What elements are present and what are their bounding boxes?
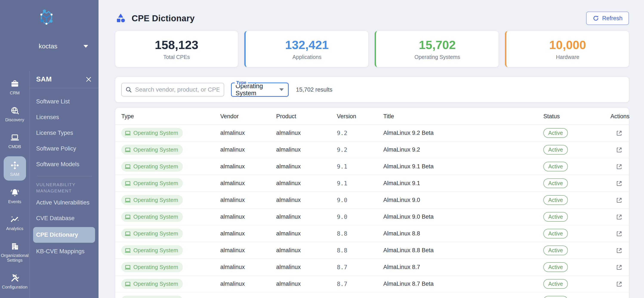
open-in-new-icon[interactable] bbox=[616, 213, 622, 220]
sidebar-item-configuration[interactable]: Configuration bbox=[2, 270, 28, 293]
refresh-button[interactable]: Refresh bbox=[586, 12, 629, 25]
vendor-cell: almalinux bbox=[216, 125, 272, 142]
sidebar-item-discovery[interactable]: Discovery bbox=[2, 102, 28, 126]
sam-panel-header: SAM bbox=[30, 71, 98, 88]
version-cell: 8.8 bbox=[332, 242, 379, 259]
title-cell: AlmaLinux 8.7 bbox=[379, 259, 539, 276]
type-chip: Operating System bbox=[121, 128, 183, 138]
laptop-icon bbox=[124, 281, 131, 287]
sidebar-item-events[interactable]: Events bbox=[2, 184, 28, 208]
type-chip-label: Operating System bbox=[133, 230, 178, 237]
col-header-status: Status bbox=[539, 108, 606, 125]
cpe-table-card: Type Vendor Product Version Title Status… bbox=[115, 108, 629, 298]
open-in-new-icon[interactable] bbox=[616, 130, 622, 136]
sidebar-item-software-list[interactable]: Software List bbox=[30, 94, 98, 110]
laptop-icon bbox=[124, 180, 131, 187]
search-icon bbox=[125, 86, 132, 93]
table-row[interactable]: Operating System almalinux almalinux 8.7… bbox=[115, 259, 629, 276]
stats-row: 158,123 Total CPEs 132,421 Applications … bbox=[115, 31, 629, 67]
workspace-selector[interactable]: koctas bbox=[0, 42, 98, 50]
vendor-cell: almalinux bbox=[216, 192, 272, 208]
status-badge: Active bbox=[543, 229, 568, 238]
table-row[interactable]: Operating System almalinux almalinux 8.7… bbox=[115, 276, 629, 292]
panel-divider bbox=[38, 176, 92, 176]
type-chip: Operating System bbox=[121, 145, 183, 155]
sidebar-item-software-policy[interactable]: Software Policy bbox=[30, 141, 98, 156]
sidebar-item-cmdb[interactable]: CMDB bbox=[2, 130, 28, 152]
product-cell: almalinux bbox=[272, 125, 332, 142]
sidebar-item-crm[interactable]: CRM bbox=[2, 76, 28, 99]
status-badge: Active bbox=[543, 128, 568, 138]
open-in-new-icon[interactable] bbox=[616, 146, 622, 153]
open-in-new-icon[interactable] bbox=[616, 180, 622, 187]
sidebar-item-license-types[interactable]: License Types bbox=[30, 125, 98, 141]
type-chip: Operating System bbox=[121, 228, 183, 239]
table-row[interactable]: Operating System almalinux almalinux 8.8… bbox=[115, 242, 629, 259]
page-title: CPE Dictionary bbox=[132, 14, 195, 23]
open-in-new-icon[interactable] bbox=[616, 163, 622, 170]
refresh-label: Refresh bbox=[602, 15, 622, 22]
laptop-icon bbox=[124, 197, 131, 204]
version-cell: 9.0 bbox=[332, 192, 379, 208]
table-row[interactable]: Operating System almalinux almalinux 8.8… bbox=[115, 225, 629, 242]
version-cell: 8.7 bbox=[332, 276, 379, 292]
product-cell: almalinux bbox=[272, 259, 332, 276]
globe-search-icon bbox=[10, 106, 20, 116]
bell-icon bbox=[10, 188, 20, 198]
sidebar-item-software-models[interactable]: Software Models bbox=[30, 156, 98, 172]
status-badge: Active bbox=[543, 195, 568, 205]
table-row[interactable]: Operating System almalinux almalinux 9.0… bbox=[115, 192, 629, 208]
sidebar-item-licenses[interactable]: Licenses bbox=[30, 110, 98, 125]
table-row[interactable]: Operating System almalinux almalinux 9.1… bbox=[115, 158, 629, 175]
type-chip: Operating System bbox=[121, 279, 183, 289]
category-icon bbox=[115, 13, 126, 24]
sidebar-item-cve-database[interactable]: CVE Database bbox=[30, 210, 98, 226]
vendor-cell: almalinux bbox=[216, 276, 272, 292]
vendor-cell: almalinux bbox=[216, 259, 272, 276]
sidebar-item-admin[interactable]: Admin bbox=[2, 297, 28, 298]
table-row[interactable]: Operating System almalinux almalinux 9.2… bbox=[115, 125, 629, 142]
sidebar-item-cpe-dictionary[interactable]: CPE Dictionary bbox=[33, 227, 95, 243]
type-chip: Operating System bbox=[121, 245, 183, 256]
table-row[interactable]: Operating System almalinux almalinux 9.2… bbox=[115, 142, 629, 158]
panel-title: SAM bbox=[36, 75, 52, 83]
sidebar-item-organizational-settings[interactable]: Organizational Settings bbox=[2, 238, 28, 266]
chevron-down-icon bbox=[84, 45, 88, 48]
table-row[interactable]: Operating System almalinux almalinux 9.0… bbox=[115, 208, 629, 225]
type-chip-label: Operating System bbox=[133, 247, 178, 254]
status-badge: Active bbox=[543, 296, 568, 298]
open-in-new-icon[interactable] bbox=[616, 280, 622, 287]
open-in-new-icon[interactable] bbox=[616, 196, 622, 204]
version-cell: 8.7 bbox=[332, 259, 379, 276]
version-cell: 8.8 bbox=[332, 225, 379, 242]
sidebar-item-active-vulnerabilities[interactable]: Active Vulnerabilities bbox=[30, 195, 98, 210]
stat-card-hardware: 10,000 Hardware bbox=[505, 31, 629, 67]
close-icon[interactable] bbox=[85, 76, 92, 83]
open-in-new-icon[interactable] bbox=[616, 230, 622, 237]
laptop-icon bbox=[124, 147, 131, 153]
open-in-new-icon[interactable] bbox=[616, 297, 622, 298]
product-cell: almalinux bbox=[272, 225, 332, 242]
title-cell: AlmaLinux 9.1 Beta bbox=[379, 158, 539, 175]
sidebar-item-kb-cve-mappings[interactable]: KB-CVE Mappings bbox=[30, 244, 98, 259]
type-chip-label: Operating System bbox=[133, 163, 178, 170]
sidebar-item-sam[interactable]: SAM bbox=[4, 156, 26, 180]
sam-panel: SAM Software List Licenses License Types… bbox=[30, 71, 98, 298]
type-select[interactable]: Type Operating System bbox=[231, 82, 289, 97]
status-badge: Active bbox=[543, 162, 568, 171]
open-in-new-icon[interactable] bbox=[616, 264, 622, 270]
sidebar-item-analytics[interactable]: Analytics bbox=[2, 211, 28, 234]
open-in-new-icon[interactable] bbox=[616, 247, 622, 254]
product-cell: almalinux bbox=[272, 158, 332, 175]
col-header-actions: Actions bbox=[606, 108, 629, 125]
search-input[interactable] bbox=[121, 83, 224, 96]
filter-bar: Type Operating System 15,702 results bbox=[115, 77, 629, 102]
type-chip-label: Operating System bbox=[133, 146, 178, 153]
product-cell: almalinux bbox=[272, 292, 332, 298]
table-row[interactable]: Operating System almalinux almalinux 9.1… bbox=[115, 175, 629, 192]
sam-panel-items: Software List Licenses License Types Sof… bbox=[30, 88, 98, 259]
col-header-version: Version bbox=[332, 108, 379, 125]
table-row[interactable]: Operating System almalinux almalinux 8.6… bbox=[115, 292, 629, 298]
type-chip-label: Operating System bbox=[133, 197, 178, 204]
type-chip: Operating System bbox=[121, 296, 183, 298]
